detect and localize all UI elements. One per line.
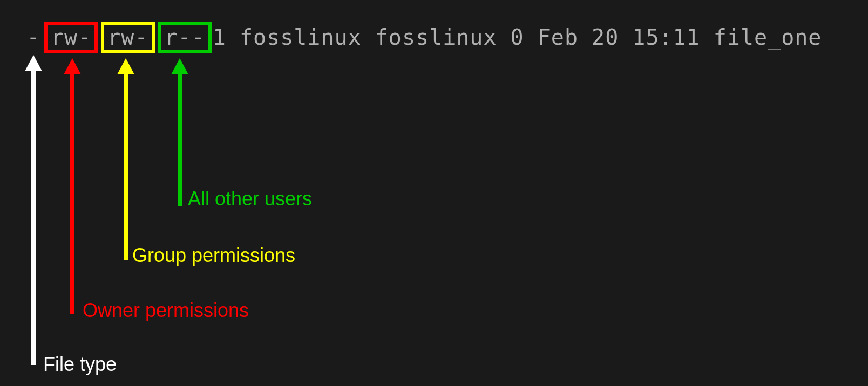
owner-permissions-arrow (64, 58, 81, 314)
group-permissions-label: Group permissions (132, 244, 295, 267)
owner-permissions-label: Owner permissions (83, 299, 249, 322)
other-permissions-label: All other users (188, 188, 312, 210)
other-permissions-arrow (171, 58, 188, 206)
other-permissions-box: r-- (158, 22, 212, 53)
group-permissions-arrow (117, 58, 134, 260)
file-details-text: 1 fosslinux fosslinux 0 Feb 20 15:11 fil… (213, 25, 822, 50)
arrow-stem (178, 72, 182, 206)
arrow-stem (124, 72, 128, 260)
file-type-label: File type (43, 353, 117, 376)
ls-output-line: - rw- rw- r-- 1 fosslinux fosslinux 0 Fe… (26, 22, 822, 53)
arrow-stem (70, 72, 74, 314)
file-type-arrow (25, 55, 42, 365)
arrow-stem (31, 68, 36, 365)
owner-permissions-box: rw- (44, 22, 98, 53)
file-type-char: - (26, 25, 41, 50)
group-permissions-box: rw- (101, 22, 154, 53)
